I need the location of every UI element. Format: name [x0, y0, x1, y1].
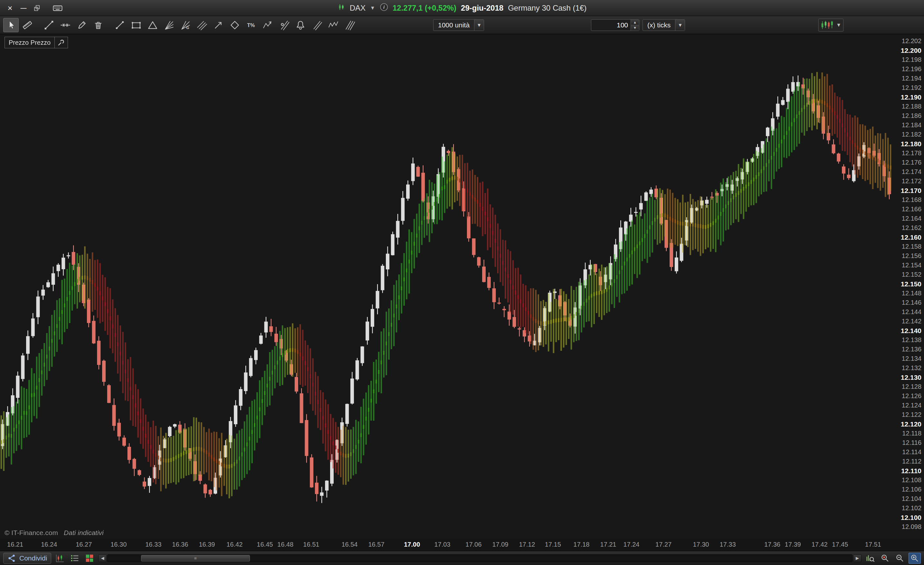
rectangle-icon: [131, 20, 141, 30]
copyright-text: © IT-Finance.com: [4, 529, 58, 536]
time-axis-label: 16.30: [111, 541, 127, 548]
price-axis[interactable]: 12.20212.20012.19812.19612.19412.19212.1…: [892, 34, 924, 539]
diamond-tool-button[interactable]: [227, 18, 243, 32]
fan-lines-tool-button[interactable]: [161, 18, 177, 32]
cursor-tool-button[interactable]: [3, 18, 19, 32]
price-axis-label: 12.180: [901, 140, 921, 148]
price-axis-label: 12.188: [902, 103, 921, 110]
price-chart-canvas[interactable]: [0, 34, 892, 539]
pitchfork-tool-button[interactable]: [194, 18, 210, 32]
alert-tool-button[interactable]: [293, 18, 308, 32]
horizontal-line-tool-button[interactable]: [58, 18, 73, 32]
price-axis-label: 12.114: [902, 448, 921, 456]
price-axis-label: 12.132: [902, 364, 921, 372]
share-button[interactable]: Condividi: [3, 553, 51, 564]
chevron-down-icon[interactable]: ▼: [474, 20, 484, 31]
chart-region: Prezzo Prezzo 12.20212.20012.19812.19612…: [0, 34, 924, 551]
price-axis-label: 12.194: [902, 75, 921, 82]
units-dropdown[interactable]: 1000 unità ▼: [433, 20, 484, 31]
mosaic-icon: [85, 554, 94, 563]
bell-icon: [296, 20, 306, 30]
arrow-tool-button[interactable]: [211, 18, 226, 32]
step-down-icon[interactable]: ▼: [631, 25, 639, 31]
gann-fan-tool-button[interactable]: G: [178, 18, 193, 32]
scrollbar-thumb[interactable]: ≡: [141, 555, 250, 562]
indicator-settings-button[interactable]: [54, 37, 68, 48]
price-axis-label: 12.106: [902, 486, 921, 493]
info-icon[interactable]: i: [380, 3, 388, 13]
line-tool-button[interactable]: [41, 18, 57, 32]
price-axis-label: 12.134: [902, 355, 921, 362]
zoom-out-icon: [896, 554, 904, 563]
price-axis-label: 12.156: [902, 252, 921, 260]
elliott-wave-tool-button[interactable]: [326, 18, 341, 32]
zoom-in-button[interactable]: [909, 553, 921, 564]
zoom-chart-settings-button[interactable]: [864, 553, 876, 564]
scroll-left-icon[interactable]: ◀: [98, 554, 106, 562]
chevron-down-icon[interactable]: ▼: [836, 22, 841, 28]
zigzag-icon: [262, 20, 273, 30]
price-axis-label: 12.150: [901, 280, 921, 288]
delete-tool-button[interactable]: [90, 18, 106, 32]
zigzag-tool-button[interactable]: [260, 18, 275, 32]
price-axis-label: 12.164: [902, 215, 921, 222]
percent-retracement-tool-button[interactable]: T%: [243, 18, 259, 32]
price-axis-label: 12.108: [902, 476, 921, 484]
parallel-lines-tool-button[interactable]: [309, 18, 325, 32]
scrollbar-track[interactable]: ≡: [107, 554, 852, 562]
ruler-icon: [22, 20, 33, 30]
price-axis-label: 12.172: [902, 177, 921, 185]
cycle-lines-tool-button[interactable]: [276, 18, 292, 32]
watchlist-button[interactable]: [69, 553, 81, 564]
freehand-tool-button[interactable]: [74, 18, 90, 32]
time-axis-label: 16.45: [256, 541, 273, 548]
mosaic-button[interactable]: [83, 553, 96, 564]
price-axis-label: 12.170: [901, 187, 921, 195]
price-axis-label: 12.138: [902, 336, 921, 344]
window-controls: × ─: [0, 3, 63, 13]
wrench-icon: [57, 39, 65, 47]
multi-slash-tool-button[interactable]: [342, 18, 357, 32]
triangle-tool-button[interactable]: [145, 18, 160, 32]
time-axis-label: 17.21: [600, 541, 616, 548]
ruler-tool-button[interactable]: [20, 18, 35, 32]
price-axis-label: 12.136: [902, 346, 921, 353]
parallel-lines-icon: [312, 20, 322, 30]
time-axis[interactable]: 16.2116.2416.2716.3016.3316.3616.3916.42…: [0, 539, 924, 551]
price-axis-label: 12.174: [902, 168, 921, 176]
share-label: Condividi: [20, 554, 47, 562]
zoom-in-icon: [910, 554, 919, 563]
chart-zoom-icon: [866, 554, 875, 563]
scroll-right-icon[interactable]: ▶: [853, 554, 861, 562]
time-axis-label: 17.24: [623, 541, 639, 548]
chart-style-button[interactable]: ▼: [818, 19, 843, 32]
chevron-down-icon[interactable]: ▼: [370, 5, 375, 11]
instrument-name[interactable]: DAX: [350, 3, 366, 12]
restore-window-icon[interactable]: [32, 3, 42, 13]
price-axis-label: 12.202: [902, 38, 921, 45]
time-axis-label: 16.27: [76, 541, 92, 548]
drawing-tools: G T%: [3, 18, 357, 32]
gann-fan-icon: G: [180, 20, 190, 30]
ticks-value[interactable]: 100: [591, 20, 631, 31]
svg-text:T%: T%: [247, 23, 255, 28]
minimize-window-icon[interactable]: ─: [19, 3, 28, 13]
close-window-icon[interactable]: ×: [5, 3, 15, 13]
chevron-down-icon[interactable]: ▼: [675, 20, 685, 31]
price-axis-label: 12.190: [901, 93, 921, 101]
rectangle-tool-button[interactable]: [129, 18, 144, 32]
ticks-type-dropdown[interactable]: (x) ticks ▼: [642, 20, 685, 31]
zoom-out-button[interactable]: [894, 553, 906, 564]
time-axis-label: 16.42: [226, 541, 243, 548]
price-axis-label: 12.146: [902, 299, 921, 307]
price-axis-label: 12.182: [902, 131, 921, 138]
price-axis-label: 12.196: [902, 65, 921, 73]
zoom-selection-button[interactable]: [879, 553, 891, 564]
ticks-value-input[interactable]: 100 ▲ ▼: [591, 20, 639, 31]
step-up-icon[interactable]: ▲: [631, 20, 639, 26]
indicator-tab[interactable]: Prezzo Prezzo: [4, 37, 68, 48]
segment-tool-button[interactable]: [112, 18, 128, 32]
keyboard-icon[interactable]: [53, 3, 63, 13]
chart-scrollbar[interactable]: ◀ ≡ ▶: [98, 554, 861, 563]
intraday-chart-button[interactable]: [54, 553, 66, 564]
